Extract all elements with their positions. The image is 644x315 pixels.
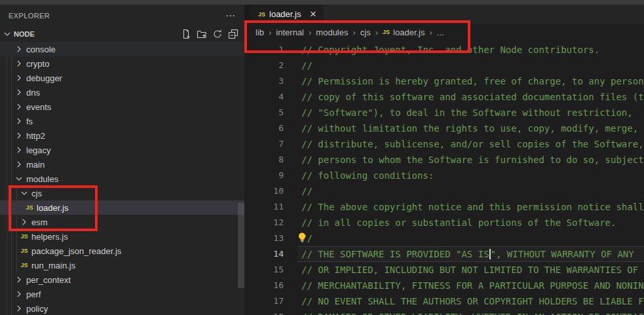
code-line-4[interactable]: 4// copy of this software and associated…	[244, 89, 644, 105]
tree-item-fs[interactable]: fs	[0, 114, 244, 128]
code-line-text[interactable]: // DAMAGES OR OTHER LIABILITY, WHETHER I…	[297, 309, 644, 315]
tree-item-package-json-reader-js[interactable]: JSpackage_json_reader.js	[0, 244, 244, 258]
sidebar-scrollbar-thumb[interactable]	[238, 203, 244, 288]
code-line-5[interactable]: 5// "Software"), to deal in the Software…	[244, 105, 644, 120]
tree-item-run-main-js[interactable]: JSrun_main.js	[0, 258, 244, 272]
breadcrumb-item-modules[interactable]: modules	[316, 28, 348, 37]
node-section-label: NODE	[14, 30, 35, 38]
line-number: 2	[244, 58, 284, 73]
tree-item-label: run_main.js	[31, 261, 75, 270]
tree-item-crypto[interactable]: crypto	[0, 56, 244, 71]
line-number: 8	[244, 152, 284, 168]
line-number: 3	[244, 73, 284, 89]
js-file-icon: JS	[258, 11, 265, 18]
tree-item-label: http2	[26, 131, 45, 141]
node-section-header[interactable]: NODE	[0, 26, 244, 42]
line-number: 14	[244, 246, 284, 262]
code-line-11[interactable]: 11// The above copyright notice and this…	[244, 199, 644, 215]
collapse-all-icon[interactable]	[228, 29, 238, 39]
js-file-icon: JS	[24, 202, 35, 213]
tab-loader-js[interactable]: JS loader.js ✕	[251, 5, 324, 24]
code-line-text[interactable]: // The above copyright notice and this p…	[297, 199, 644, 215]
code-line-text[interactable]: // THE SOFTWARE IS PROVIDED "AS IS", WIT…	[297, 246, 644, 262]
breadcrumb-separator: ›	[352, 28, 355, 37]
refresh-icon[interactable]	[212, 29, 223, 39]
tab-label: loader.js	[269, 9, 301, 19]
breadcrumb-item--[interactable]: ...	[437, 28, 444, 37]
chevron-right-icon	[14, 44, 24, 54]
chevron-right-icon	[14, 274, 24, 285]
code-line-text[interactable]: // Copyright Joyent, Inc. and other Node…	[297, 42, 644, 58]
tree-item-loader-js[interactable]: JSloader.js	[0, 200, 244, 215]
tree-item-policy[interactable]: policy	[0, 301, 244, 315]
tree-item-per-context[interactable]: per_context	[0, 272, 244, 287]
tree-item-modules[interactable]: modules	[0, 172, 244, 186]
close-icon[interactable]: ✕	[309, 9, 316, 19]
code-line-17[interactable]: 17// NO EVENT SHALL THE AUTHORS OR COPYR…	[244, 293, 644, 309]
code-line-12[interactable]: 12// in all copies or substantial portio…	[244, 215, 644, 231]
new-folder-icon[interactable]	[197, 29, 207, 39]
line-number: 12	[244, 215, 284, 231]
chevron-down-icon	[14, 174, 24, 184]
code-line-text[interactable]: // OR IMPLIED, INCLUDING BUT NOT LIMITED…	[297, 262, 644, 278]
breadcrumb-separator: ›	[309, 28, 311, 37]
line-number: 16	[244, 278, 284, 293]
breadcrumb-item-lib[interactable]: lib	[256, 28, 264, 37]
code-line-text[interactable]: // distribute, sublicense, and/or sell c…	[297, 136, 644, 152]
tree-item-legacy[interactable]: legacy	[0, 143, 244, 157]
code-line-18[interactable]: 18// DAMAGES OR OTHER LIABILITY, WHETHER…	[244, 309, 644, 315]
tree-item-label: esm	[31, 217, 48, 227]
tree-item-esm[interactable]: esm	[0, 215, 244, 229]
tree-item-perf[interactable]: perf	[0, 287, 244, 301]
chevron-right-icon	[14, 73, 24, 83]
code-line-10[interactable]: 10//	[244, 183, 644, 199]
code-line-9[interactable]: 9// following conditions:	[244, 168, 644, 183]
tree-item-main[interactable]: main	[0, 157, 244, 172]
code-line-text[interactable]: // in all copies or substantial portions…	[297, 215, 644, 231]
code-line-1[interactable]: 1// Copyright Joyent, Inc. and other Nod…	[244, 42, 644, 58]
new-file-icon[interactable]	[181, 29, 191, 39]
code-line-15[interactable]: 15// OR IMPLIED, INCLUDING BUT NOT LIMIT…	[244, 262, 644, 278]
code-line-14[interactable]: 14// THE SOFTWARE IS PROVIDED "AS IS", W…	[244, 246, 644, 262]
explorer-title: EXPLORER	[9, 12, 50, 20]
line-number: 15	[244, 262, 284, 278]
chevron-right-icon	[14, 116, 24, 126]
code-line-text[interactable]: // NO EVENT SHALL THE AUTHORS OR COPYRIG…	[297, 293, 644, 309]
code-line-text[interactable]: // Permission is hereby granted, free of…	[297, 73, 644, 89]
tree-item-helpers-js[interactable]: JShelpers.js	[0, 229, 244, 244]
breadcrumb-item-cjs[interactable]: cjs	[360, 28, 371, 37]
code-line-2[interactable]: 2//	[244, 58, 644, 73]
code-line-7[interactable]: 7// distribute, sublicense, and/or sell …	[244, 136, 644, 152]
breadcrumb-separator: ›	[375, 28, 378, 37]
tree-item-events[interactable]: events	[0, 100, 244, 114]
tree-item-dns[interactable]: dns	[0, 85, 244, 100]
code-line-text[interactable]: //	[297, 231, 644, 246]
code-line-text[interactable]: // persons to whom the Software is furni…	[297, 152, 644, 168]
code-line-13[interactable]: 13//	[244, 231, 644, 246]
chevron-right-icon	[14, 159, 24, 170]
js-file-icon: JS	[19, 260, 29, 270]
code-line-text[interactable]: // copy of this software and associated …	[297, 89, 644, 105]
tree-item-console[interactable]: console	[0, 42, 244, 56]
code-line-text[interactable]: //	[297, 183, 644, 199]
code-editor[interactable]: 1// Copyright Joyent, Inc. and other Nod…	[244, 41, 644, 315]
tree-item-label: dns	[26, 88, 40, 98]
chevron-right-icon	[14, 303, 24, 314]
code-line-text[interactable]: // MERCHANTABILITY, FITNESS FOR A PARTIC…	[297, 278, 644, 293]
code-line-text[interactable]: // following conditions:	[297, 168, 644, 183]
tree-item-cjs[interactable]: cjs	[0, 186, 244, 200]
code-line-6[interactable]: 6// without limitation the rights to use…	[244, 120, 644, 136]
code-line-16[interactable]: 16// MERCHANTABILITY, FITNESS FOR A PART…	[244, 278, 644, 293]
tree-item-debugger[interactable]: debugger	[0, 71, 244, 85]
code-line-3[interactable]: 3// Permission is hereby granted, free o…	[244, 73, 644, 89]
code-line-text[interactable]: // without limitation the rights to use,…	[297, 120, 644, 136]
tree-item-http2[interactable]: http2	[0, 128, 244, 143]
breadcrumb-item-loader-js[interactable]: JSloader.js	[383, 28, 425, 37]
code-line-8[interactable]: 8// persons to whom the Software is furn…	[244, 152, 644, 168]
file-tree: consolecryptodebuggerdnseventsfshttp2leg…	[0, 42, 244, 315]
ellipsis-icon[interactable]: ⋯	[225, 12, 236, 19]
line-number: 6	[244, 120, 284, 136]
breadcrumb-item-internal[interactable]: internal	[276, 28, 304, 37]
code-line-text[interactable]: // "Software"), to deal in the Software …	[297, 105, 644, 120]
code-line-text[interactable]: //	[297, 58, 644, 73]
